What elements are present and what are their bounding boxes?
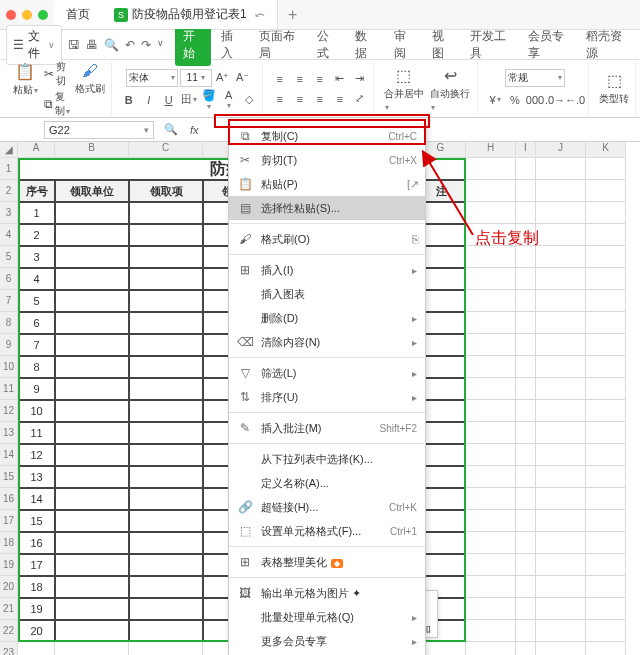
cell[interactable] (536, 510, 586, 532)
cell[interactable]: 6 (18, 312, 55, 334)
cell[interactable] (55, 620, 129, 642)
cell[interactable] (586, 224, 626, 246)
cell[interactable]: 9 (18, 378, 55, 400)
row-header[interactable]: 5 (0, 246, 18, 268)
copy-button[interactable]: ⧉复制 (44, 90, 71, 118)
context-menu-item[interactable]: ✂剪切(T)Ctrl+X (229, 148, 425, 172)
cell[interactable] (516, 510, 536, 532)
cell[interactable] (586, 554, 626, 576)
cell[interactable] (586, 356, 626, 378)
cell[interactable] (516, 466, 536, 488)
cell[interactable] (536, 334, 586, 356)
cell[interactable] (129, 510, 203, 532)
justify-button[interactable]: ≡ (331, 90, 349, 108)
merge-center-button[interactable]: ⬚ 合并居中 (382, 64, 427, 114)
name-box[interactable]: G22 ▾ (44, 121, 154, 139)
cell[interactable] (586, 598, 626, 620)
cell[interactable]: 19 (18, 598, 55, 620)
cell[interactable]: 20 (18, 620, 55, 642)
tab-document[interactable]: S 防疫物品领用登记表1 ⤺ (102, 0, 278, 29)
cell[interactable] (536, 224, 586, 246)
file-menu[interactable]: ☰ 文件 ∨ (6, 25, 62, 65)
align-middle-button[interactable]: ≡ (291, 70, 309, 88)
context-menu-item[interactable]: ▽筛选(L)▸ (229, 361, 425, 385)
cell[interactable] (536, 180, 586, 202)
ribbon-tab-data[interactable]: 数据 (347, 24, 383, 66)
cell[interactable] (129, 202, 203, 224)
cell[interactable] (466, 576, 516, 598)
ribbon-tab-start[interactable]: 开始 (175, 24, 211, 66)
cell[interactable] (466, 598, 516, 620)
cell[interactable] (129, 620, 203, 642)
cell[interactable]: 4 (18, 268, 55, 290)
align-center-button[interactable]: ≡ (291, 90, 309, 108)
type-convert-button[interactable]: ⬚ 类型转 (597, 69, 631, 108)
print-icon[interactable]: 🖶 (86, 38, 98, 52)
cell[interactable] (466, 488, 516, 510)
cell[interactable] (536, 598, 586, 620)
row-header[interactable]: 2 (0, 180, 18, 202)
cell[interactable] (516, 554, 536, 576)
cell[interactable] (586, 334, 626, 356)
fx-label[interactable]: fx (190, 124, 199, 136)
cell[interactable] (55, 202, 129, 224)
cell[interactable] (129, 268, 203, 290)
context-menu-item[interactable]: ▤选择性粘贴(S)... (229, 196, 425, 220)
row-header[interactable]: 9 (0, 334, 18, 356)
cell[interactable] (536, 268, 586, 290)
zoom-icon[interactable]: 🔍 (164, 123, 178, 136)
cell[interactable] (516, 488, 536, 510)
cell[interactable] (466, 378, 516, 400)
context-menu-item[interactable]: ⌫清除内容(N)▸ (229, 330, 425, 354)
row-header[interactable]: 7 (0, 290, 18, 312)
col-header[interactable]: C (129, 142, 203, 158)
cell[interactable] (55, 422, 129, 444)
cell[interactable] (516, 620, 536, 642)
cell[interactable] (466, 202, 516, 224)
cell[interactable] (466, 180, 516, 202)
cell[interactable] (536, 642, 586, 655)
wrap-text-button[interactable]: ↩ 自动换行 (428, 64, 473, 114)
cell[interactable] (586, 576, 626, 598)
cell[interactable] (466, 510, 516, 532)
comma-button[interactable]: 000 (526, 91, 544, 109)
context-menu-item[interactable]: 批量处理单元格(Q)▸ (229, 605, 425, 629)
cell[interactable] (129, 642, 203, 655)
ribbon-tab-resources[interactable]: 稻壳资源 (578, 24, 634, 66)
cell[interactable]: 7 (18, 334, 55, 356)
cell[interactable] (586, 400, 626, 422)
maximize-icon[interactable] (38, 10, 48, 20)
cell[interactable] (466, 290, 516, 312)
cell[interactable] (129, 598, 203, 620)
cell[interactable] (55, 598, 129, 620)
qat-dropdown[interactable]: ∨ (157, 38, 164, 52)
border-button[interactable]: 田 (180, 91, 198, 109)
cell[interactable] (55, 268, 129, 290)
cell[interactable] (536, 290, 586, 312)
row-header[interactable]: 15 (0, 466, 18, 488)
cell[interactable]: 8 (18, 356, 55, 378)
cell[interactable] (55, 444, 129, 466)
col-header[interactable]: K (586, 142, 626, 158)
cell[interactable] (55, 532, 129, 554)
cell[interactable] (129, 400, 203, 422)
row-header[interactable]: 13 (0, 422, 18, 444)
cell[interactable] (55, 290, 129, 312)
cell[interactable] (536, 356, 586, 378)
cell[interactable] (586, 620, 626, 642)
context-menu-item[interactable]: 从下拉列表中选择(K)... (229, 447, 425, 471)
cell[interactable] (129, 554, 203, 576)
cell[interactable] (586, 202, 626, 224)
row-header[interactable]: 10 (0, 356, 18, 378)
row-header[interactable]: 1 (0, 158, 18, 180)
context-menu-item[interactable]: 删除(D)▸ (229, 306, 425, 330)
clear-format-button[interactable]: ◇ (240, 91, 258, 109)
cell[interactable]: 1 (18, 202, 55, 224)
row-header[interactable]: 4 (0, 224, 18, 246)
cell[interactable]: 11 (18, 422, 55, 444)
ribbon-tab-view[interactable]: 视图 (424, 24, 460, 66)
fill-color-button[interactable]: 🪣 (200, 91, 218, 109)
cell[interactable]: 18 (18, 576, 55, 598)
row-header[interactable]: 23 (0, 642, 18, 655)
cell[interactable] (466, 554, 516, 576)
